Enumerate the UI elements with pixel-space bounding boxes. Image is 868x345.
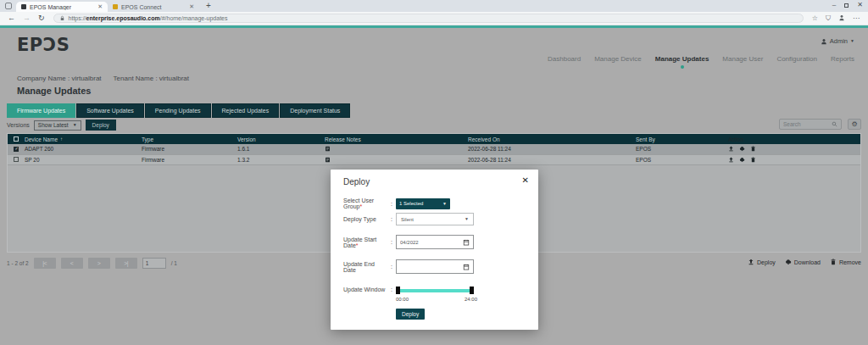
nav-manage-updates[interactable]: Manage Updates xyxy=(655,55,709,63)
minimize-icon[interactable]: – xyxy=(832,1,836,9)
sort-asc-icon[interactable]: ↑ xyxy=(60,136,63,142)
epos-logo: EPƆS xyxy=(17,35,70,55)
download-icon[interactable] xyxy=(739,157,745,163)
deploy-type-select[interactable]: Silent ▼ xyxy=(396,213,474,225)
deploy-icon xyxy=(748,259,754,265)
slider-handle-end[interactable] xyxy=(470,287,474,294)
remove-icon[interactable] xyxy=(750,146,756,152)
tab-deployment-status[interactable]: Deployment Status xyxy=(280,103,350,118)
favorites-icon[interactable]: ☆ xyxy=(812,15,818,22)
maximize-icon[interactable] xyxy=(844,3,849,8)
collections-icon[interactable]: ⛉ xyxy=(826,15,831,22)
remove-icon xyxy=(830,259,837,265)
tab-rejected-updates[interactable]: Rejected Updates xyxy=(212,103,280,118)
more-icon[interactable]: ⋯ xyxy=(853,15,860,22)
tab-close-icon[interactable]: ✕ xyxy=(189,3,194,10)
versions-select[interactable]: Show Latest ▼ xyxy=(34,120,81,131)
tab-pending-updates[interactable]: Pending Updates xyxy=(145,103,211,118)
url-scheme: https:// xyxy=(69,15,86,21)
browser-profile-icon[interactable] xyxy=(838,14,845,23)
pagination: 1 - 2 of 2 |< < > >| / 1 xyxy=(7,258,177,269)
search-icon[interactable] xyxy=(832,121,837,127)
update-type: Firmware xyxy=(142,146,237,152)
browser-tab-epos-connect[interactable]: EPOS Connect ✕ xyxy=(108,2,199,12)
address-bar[interactable]: https://enterprise.eposaudio.com/#/home/… xyxy=(53,14,804,23)
modal-close-icon[interactable]: ✕ xyxy=(522,175,529,185)
nav-manage-device[interactable]: Manage Device xyxy=(594,55,642,63)
field-label: Update Start Date* xyxy=(343,236,387,248)
deploy-button[interactable]: Deploy xyxy=(86,120,116,131)
tab-close-icon[interactable]: ✕ xyxy=(97,3,103,10)
calendar-icon[interactable] xyxy=(463,264,470,270)
company-name: Company Name : virtualbrat xyxy=(17,75,102,82)
tab-software-updates[interactable]: Software Updates xyxy=(76,103,144,118)
user-label: Admin xyxy=(830,37,848,45)
browser-tab-epos-manager[interactable]: EPOS Manager ✕ xyxy=(16,2,108,12)
close-icon[interactable]: ✕ xyxy=(857,1,863,9)
versions-label: Versions xyxy=(7,122,30,128)
device-name: SP 20 xyxy=(25,157,40,163)
modal-title: Deploy xyxy=(343,177,370,186)
browser-tabstrip: EPOS Manager ✕ EPOS Connect ✕ + – ✕ xyxy=(0,0,868,12)
first-page-icon[interactable]: |< xyxy=(34,258,56,269)
bulk-remove[interactable]: Remove xyxy=(830,259,861,265)
epos-manager-favicon xyxy=(21,4,26,9)
bulk-deploy[interactable]: Deploy xyxy=(748,259,776,265)
modal-deploy-button[interactable]: Deploy xyxy=(396,309,425,320)
user-group-select[interactable]: 1 Selected ▼ xyxy=(396,198,450,209)
nav-dashboard[interactable]: Dashboard xyxy=(548,55,581,63)
nav-manage-user[interactable]: Manage User xyxy=(722,55,763,63)
tab-search-icon[interactable] xyxy=(5,3,12,9)
back-icon[interactable]: ← xyxy=(8,14,15,22)
deploy-icon[interactable] xyxy=(728,146,734,152)
col-type[interactable]: Type xyxy=(142,136,237,142)
window-start-label: 00:00 xyxy=(396,297,409,302)
remove-icon[interactable] xyxy=(750,157,756,163)
end-date-input[interactable] xyxy=(400,264,463,270)
lock-icon xyxy=(59,15,65,21)
column-settings-button[interactable]: ⚙ xyxy=(848,119,861,130)
next-page-icon[interactable]: > xyxy=(88,258,110,269)
forward-icon[interactable]: → xyxy=(23,14,31,22)
user-icon xyxy=(821,38,827,45)
col-version[interactable]: Version xyxy=(237,136,325,142)
download-icon xyxy=(785,259,792,265)
last-page-icon[interactable]: >| xyxy=(115,258,137,269)
new-tab-icon[interactable]: + xyxy=(206,1,211,10)
bulk-download[interactable]: Download xyxy=(785,259,821,265)
prev-page-icon[interactable]: < xyxy=(61,258,83,269)
start-date-input[interactable] xyxy=(400,240,463,245)
refresh-icon[interactable]: ↻ xyxy=(38,14,45,22)
row-checkbox[interactable] xyxy=(14,157,19,162)
slider-labels: 00:00 24:00 xyxy=(396,297,477,302)
slider-handle-start[interactable] xyxy=(396,287,400,294)
update-window-slider[interactable] xyxy=(396,287,474,294)
release-notes-icon[interactable] xyxy=(325,146,331,152)
pagination-summary: 1 - 2 of 2 xyxy=(7,260,29,266)
device-name: ADAPT 260 xyxy=(25,146,53,152)
table-row[interactable]: ADAPT 260 Firmware 1.6.1 2022-06-28 11:2… xyxy=(8,144,860,155)
required-asterisk: * xyxy=(359,203,362,209)
tab-firmware-updates[interactable]: Firmware Updates xyxy=(7,103,75,118)
sent-by: EPOS xyxy=(636,146,728,152)
gear-icon: ⚙ xyxy=(851,120,857,128)
chevron-down-icon: ▼ xyxy=(73,123,77,127)
row-checkbox[interactable] xyxy=(14,147,19,152)
calendar-icon[interactable] xyxy=(463,239,470,246)
release-notes-icon[interactable] xyxy=(325,157,331,163)
select-all-checkbox[interactable] xyxy=(14,136,19,142)
search-input[interactable] xyxy=(783,121,832,127)
download-icon[interactable] xyxy=(739,146,745,152)
page-number-input[interactable] xyxy=(142,258,166,269)
url-domain: enterprise.eposaudio.com xyxy=(86,15,160,21)
deploy-icon[interactable] xyxy=(728,157,734,163)
table-row[interactable]: SP 20 Firmware 1.3.2 2022-06-28 11:24 EP… xyxy=(8,155,860,166)
col-sent-by[interactable]: Sent By xyxy=(636,136,728,142)
col-release-notes[interactable]: Release Notes xyxy=(325,136,468,142)
col-device-name[interactable]: Device Name xyxy=(25,136,58,142)
user-menu[interactable]: Admin ▼ xyxy=(821,37,854,45)
field-user-group: Select User Group* : 1 Selected ▼ xyxy=(343,198,530,209)
nav-configuration[interactable]: Configuration xyxy=(776,55,817,63)
col-received-on[interactable]: Received On xyxy=(468,136,636,142)
nav-reports[interactable]: Reports xyxy=(831,55,854,63)
